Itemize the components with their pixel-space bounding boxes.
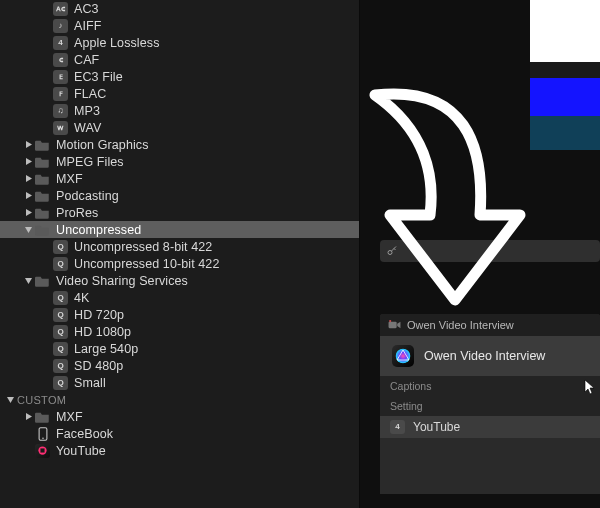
tree-item-uncompressed[interactable]: Uncompressed (0, 221, 360, 238)
tree-item-label: Small (74, 376, 356, 390)
tree-item-label: FaceBook (56, 427, 356, 441)
tree-item-label: AIFF (74, 19, 356, 33)
svg-marker-1 (26, 158, 32, 165)
disclosure-down-icon[interactable] (24, 225, 33, 234)
sidebar: ᴀᴄAC3♪AIFF4Apple LosslessᴄCAFᴇEC3 FileꜰF… (0, 0, 360, 508)
tree-item-label: CAF (74, 53, 356, 67)
folder-icon (35, 206, 50, 220)
tree-item-preset[interactable]: QUncompressed 10-bit 422 (0, 255, 360, 272)
share-panel-header: Owen Video Interview (380, 314, 600, 336)
svg-point-13 (388, 251, 392, 255)
svg-marker-4 (26, 209, 32, 216)
phone-icon (35, 427, 50, 441)
format-icon: ♪ (53, 19, 68, 33)
tree-item-label: Podcasting (56, 189, 356, 203)
format-icon: ♫ (53, 104, 68, 118)
setting-value-icon: 4 (390, 420, 405, 434)
project-row[interactable]: Owen Video Interview (380, 336, 600, 376)
tree-item-video-sharing[interactable]: Video Sharing Services (0, 272, 360, 289)
tree-item-format[interactable]: ♫MP3 (0, 102, 360, 119)
tree-item-preset[interactable]: QLarge 540p (0, 340, 360, 357)
tree-item-label: Uncompressed 8-bit 422 (74, 240, 356, 254)
tree-item-category[interactable]: Motion Graphics (0, 136, 360, 153)
setting-section-label: Setting (380, 396, 600, 416)
tree-item-label: Large 540p (74, 342, 356, 356)
search-field[interactable] (380, 240, 600, 262)
tree-item-custom[interactable]: MXF (0, 408, 360, 425)
tree-item-label: MXF (56, 410, 356, 424)
preset-icon: Q (53, 308, 68, 322)
disclosure-right-icon[interactable] (24, 140, 33, 149)
tree-item-format[interactable]: ᴡWAV (0, 119, 360, 136)
tree-item-preset[interactable]: QHD 1080p (0, 323, 360, 340)
tree-item-category[interactable]: MXF (0, 170, 360, 187)
svg-rect-14 (389, 321, 397, 328)
svg-marker-6 (25, 278, 32, 284)
tree-item-label: MPEG Files (56, 155, 356, 169)
tree-item-preset[interactable]: QSD 480p (0, 357, 360, 374)
svg-marker-8 (26, 413, 32, 420)
format-icon: ᴡ (53, 121, 68, 135)
preset-icon: Q (53, 359, 68, 373)
preset-icon: Q (53, 376, 68, 390)
tree-item-preset[interactable]: Q4K (0, 289, 360, 306)
preview-thumbnails (530, 0, 600, 150)
disclosure-down-icon[interactable] (24, 276, 33, 285)
svg-marker-0 (26, 141, 32, 148)
tree-item-label: ProRes (56, 206, 356, 220)
tree-item-label: SD 480p (74, 359, 356, 373)
camera-icon (388, 320, 401, 331)
tree-item-format[interactable]: ♪AIFF (0, 17, 360, 34)
tree-item-custom[interactable]: YouTube (0, 442, 360, 459)
disclosure-right-icon[interactable] (24, 208, 33, 217)
tree-item-category[interactable]: MPEG Files (0, 153, 360, 170)
share-panel: Owen Video Interview Owen Video Intervie… (380, 314, 600, 494)
tree-item-label: HD 720p (74, 308, 356, 322)
right-panels: Owen Video Interview Owen Video Intervie… (360, 0, 600, 508)
disclosure-right-icon[interactable] (24, 412, 33, 421)
fcpx-app-icon (392, 345, 414, 367)
setting-value-row[interactable]: 4 YouTube (380, 416, 600, 438)
tree-item-category[interactable]: ProRes (0, 204, 360, 221)
folder-icon (35, 172, 50, 186)
tree-item-format[interactable]: ᴀᴄAC3 (0, 0, 360, 17)
tree-item-label: Uncompressed 10-bit 422 (74, 257, 356, 271)
tree-item-label: YouTube (56, 444, 356, 458)
svg-marker-5 (25, 227, 32, 233)
tree-item-custom[interactable]: FaceBook (0, 425, 360, 442)
custom-heading: CUSTOM (0, 391, 360, 408)
tree-item-format[interactable]: ᴇEC3 File (0, 68, 360, 85)
svg-rect-12 (40, 448, 44, 452)
tree-item-label: Apple Lossless (74, 36, 356, 50)
tree-item-format[interactable]: ꜰFLAC (0, 85, 360, 102)
tree-item-category[interactable]: Podcasting (0, 187, 360, 204)
tree-item-label: Uncompressed (56, 223, 356, 237)
preset-icon: Q (53, 240, 68, 254)
svg-point-10 (42, 437, 44, 439)
disclosure-right-icon[interactable] (24, 191, 33, 200)
key-icon (386, 245, 398, 257)
project-title: Owen Video Interview (424, 349, 545, 363)
tree-item-format[interactable]: 4Apple Lossless (0, 34, 360, 51)
tree-item-label: Motion Graphics (56, 138, 356, 152)
tree-item-label: 4K (74, 291, 356, 305)
svg-point-16 (396, 349, 411, 364)
tree-item-label: EC3 File (74, 70, 356, 84)
captions-section-label[interactable]: Captions (380, 376, 600, 396)
disclosure-down-icon[interactable] (6, 395, 15, 404)
tree-item-preset[interactable]: QUncompressed 8-bit 422 (0, 238, 360, 255)
folder-icon (35, 155, 50, 169)
tree-item-label: WAV (74, 121, 356, 135)
tree-item-format[interactable]: ᴄCAF (0, 51, 360, 68)
tree-item-preset[interactable]: QHD 720p (0, 306, 360, 323)
disclosure-right-icon[interactable] (24, 174, 33, 183)
tree-item-label: AC3 (74, 2, 356, 16)
tree-item-preset[interactable]: QSmall (0, 374, 360, 391)
disclosure-right-icon[interactable] (24, 157, 33, 166)
folder-icon (35, 410, 50, 424)
format-icon: ᴄ (53, 53, 68, 67)
preset-icon: Q (53, 257, 68, 271)
folder-icon (35, 223, 50, 237)
format-icon: ᴀᴄ (53, 2, 68, 16)
tree-item-label: MXF (56, 172, 356, 186)
